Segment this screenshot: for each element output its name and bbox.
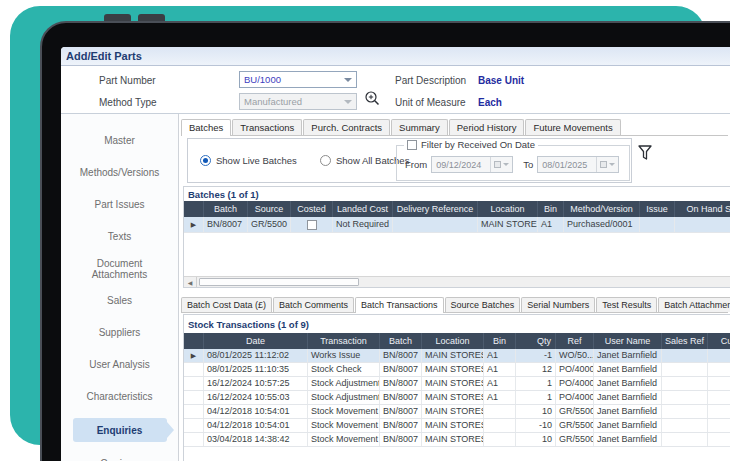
funnel-icon — [637, 144, 653, 162]
stock-row[interactable]: 16/12/2024 10:57:25 Stock Adjustment BN/… — [184, 377, 730, 391]
calendar-dropdown-icon[interactable] — [490, 157, 512, 172]
stock-row[interactable]: 16/12/2024 10:55:03 Stock Adjustment BN/… — [184, 391, 730, 405]
chevron-down-icon — [340, 100, 356, 104]
cell-location: MAIN STORES — [422, 349, 484, 362]
part-search-button[interactable] — [364, 90, 381, 107]
column-header[interactable]: Date — [204, 333, 308, 349]
tab[interactable]: Batch Cost Data (£) — [181, 297, 272, 312]
column-header[interactable]: Batch — [204, 201, 248, 217]
stock-row[interactable]: 04/12/2018 10:54:01 Stock Movement BN/80… — [184, 405, 730, 419]
sidebar-item[interactable]: Sales — [70, 290, 170, 311]
cell-user-name: Janet Barnfield — [594, 419, 662, 432]
tab[interactable]: Summary — [391, 119, 448, 135]
column-header[interactable]: Method/Version — [564, 201, 640, 217]
column-header[interactable]: On Hand Stock — [675, 201, 730, 217]
stock-row[interactable]: ▶ 08/01/2025 11:12:02 Works Issue BN/800… — [184, 349, 730, 363]
tab[interactable]: Future Movements — [525, 119, 620, 135]
received-date-fieldset: Filter by Received On Date From 09/12/20… — [396, 145, 630, 181]
sidebar-item[interactable]: Methods/Versions — [70, 162, 170, 183]
batches-panel: Batches (1 of 1) Batch Source Costed Lan… — [183, 186, 730, 288]
sidebar-item[interactable]: Document Attachments — [70, 258, 170, 279]
sidebar-item[interactable]: Texts — [70, 226, 170, 247]
tab[interactable]: Period History — [449, 119, 525, 135]
unit-of-measure-value: Each — [478, 97, 502, 108]
sidebar-item[interactable]: Characteristics — [70, 386, 170, 407]
row-indicator-icon: ▶ — [191, 352, 196, 359]
filter-button[interactable] — [637, 144, 653, 166]
cell-qty: 1 — [516, 377, 556, 390]
stock-caption: Stock Transactions (1 of 9) — [184, 315, 730, 333]
horizontal-scrollbar[interactable]: ◀ — [184, 276, 730, 287]
column-header[interactable]: Transaction — [308, 333, 380, 349]
to-date-input[interactable]: 08/01/2025 — [537, 156, 619, 173]
cell-date: 08/01/2025 11:12:02 — [204, 349, 308, 362]
header-indicator-cell — [184, 201, 204, 217]
column-header[interactable]: Source — [248, 201, 291, 217]
from-date-value: 09/12/2024 — [432, 160, 490, 170]
radio-icon — [320, 155, 331, 166]
cell-issue — [640, 217, 675, 232]
column-header[interactable]: Location — [422, 333, 484, 349]
cell-method-version: Purchased/0001 — [564, 217, 640, 232]
tab[interactable]: Transactions — [232, 119, 302, 135]
part-description-value: Base Unit — [478, 75, 524, 86]
window-title: Add/Edit Parts — [66, 50, 142, 62]
sidebar-item[interactable]: Master — [70, 130, 170, 151]
column-header[interactable]: Batch — [380, 333, 422, 349]
tab[interactable]: Batch Transactions — [355, 297, 444, 313]
column-header[interactable]: User Name — [594, 333, 662, 349]
column-header[interactable]: Delivery Reference — [393, 201, 478, 217]
column-header[interactable]: Customer Name — [708, 333, 730, 349]
tab[interactable]: Source Batches — [445, 297, 521, 312]
cell-date: 03/04/2018 14:38:42 — [204, 433, 308, 446]
column-header[interactable]: Ref — [556, 333, 594, 349]
cell-source: GR/5500 — [248, 217, 291, 232]
stock-row[interactable]: 03/04/2018 14:38:42 Stock Movement BN/80… — [184, 433, 730, 447]
column-header[interactable]: Bin — [484, 333, 516, 349]
stock-row[interactable]: 04/12/2018 10:54:01 Stock Movement BN/80… — [184, 419, 730, 433]
sidebar-item[interactable]: Part Issues — [70, 194, 170, 215]
checkbox-label: Filter by Received On Date — [421, 139, 535, 150]
tab[interactable]: Test Results — [596, 297, 657, 312]
radio-show-live-batches[interactable]: Show Live Batches — [200, 155, 297, 166]
part-number-combo[interactable]: BU/1000 — [239, 71, 357, 88]
tab[interactable]: Batch Comments — [273, 297, 354, 312]
calendar-dropdown-icon[interactable] — [596, 157, 618, 172]
column-header[interactable]: Location — [478, 201, 538, 217]
scroll-left-icon[interactable]: ◀ — [184, 277, 197, 287]
cell-user-name: Janet Barnfield — [594, 363, 662, 376]
cell-sales-ref — [662, 349, 708, 362]
tab[interactable]: Batches — [181, 119, 231, 136]
unit-of-measure-label: Unit of Measure — [395, 97, 466, 108]
cell-user-name: Janet Barnfield — [594, 433, 662, 446]
scrollbar-thumb[interactable] — [199, 278, 359, 286]
sidebar-item[interactable]: Suppliers — [70, 322, 170, 343]
content-area: Batches Transactions Purch. Contracts Su… — [179, 114, 730, 461]
cell-qty: -1 — [516, 349, 556, 362]
column-header[interactable]: Issue — [640, 201, 675, 217]
column-header[interactable]: Qty — [516, 333, 556, 349]
column-header[interactable]: Sales Ref — [662, 333, 708, 349]
column-header[interactable]: Landed Cost — [333, 201, 393, 217]
cell-ref: WO/50... — [556, 349, 594, 362]
batch-row[interactable]: ▶ BN/8007 GR/5500 Not Required MAIN STOR… — [184, 217, 730, 233]
cell-transaction: Stock Movement — [308, 419, 380, 432]
sidebar-item[interactable]: Carriage — [70, 453, 170, 461]
method-type-combo[interactable]: Manufactured — [239, 93, 357, 110]
filter-by-received-date-checkbox[interactable]: Filter by Received On Date — [404, 139, 538, 150]
stock-row[interactable]: 08/01/2025 11:10:35 Stock Check BN/8007 … — [184, 363, 730, 377]
tab[interactable]: Purch. Contracts — [303, 119, 390, 135]
chevron-down-icon[interactable] — [340, 78, 356, 82]
column-header[interactable]: Costed — [291, 201, 333, 217]
tab[interactable]: Batch Attachments — [658, 297, 730, 312]
from-date-input[interactable]: 09/12/2024 — [431, 156, 513, 173]
column-header[interactable]: Bin — [538, 201, 564, 217]
costed-checkbox[interactable] — [307, 220, 317, 230]
cell-batch: BN/8007 — [380, 433, 422, 446]
cell-user-name: Janet Barnfield — [594, 405, 662, 418]
tab[interactable]: Serial Numbers — [521, 297, 595, 312]
sidebar-item[interactable]: User Analysis — [70, 354, 170, 375]
cell-transaction: Stock Check — [308, 363, 380, 376]
sidebar-item[interactable]: Enquiries — [73, 418, 167, 442]
cell-qty: 1 — [516, 391, 556, 404]
